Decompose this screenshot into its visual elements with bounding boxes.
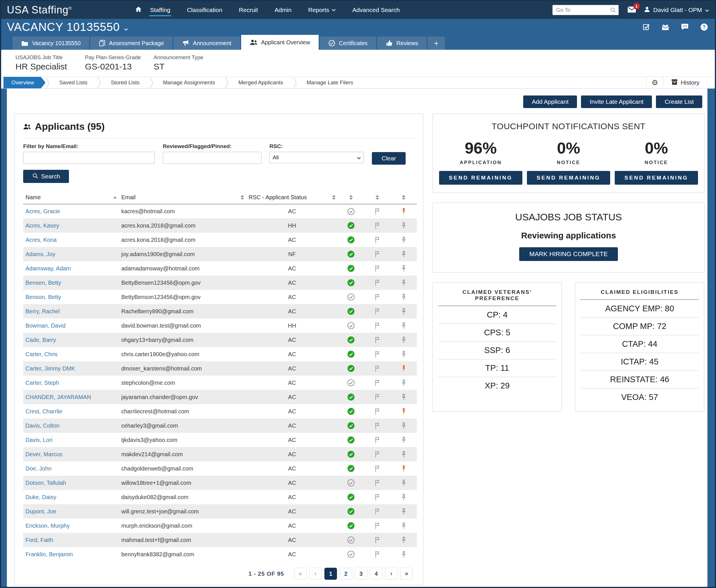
mail-button[interactable]: 1	[627, 6, 636, 14]
applicant-name-link[interactable]: Dever, Marcus	[25, 451, 62, 457]
subnav-item-stored-lists[interactable]: Stored Lists	[101, 77, 149, 88]
nav-item-classification[interactable]: Classification	[179, 6, 230, 14]
pin-icon[interactable]	[401, 236, 407, 244]
check-green-icon[interactable]	[347, 365, 355, 372]
pin-icon[interactable]	[401, 222, 407, 229]
subnav-item-saved-lists[interactable]: Saved Lists	[49, 77, 97, 88]
check-outline-icon[interactable]	[347, 322, 355, 329]
send-remaining-button[interactable]: SEND REMAINING	[527, 171, 610, 185]
check-green-icon[interactable]	[347, 265, 355, 272]
pagination-page-1[interactable]: 1	[324, 568, 337, 580]
pin-icon[interactable]	[401, 508, 407, 515]
applicant-name-link[interactable]: Acres, Kona	[25, 237, 57, 243]
pin-filled-icon[interactable]	[401, 465, 407, 472]
nav-item-admin[interactable]: Admin	[266, 6, 300, 14]
pin-icon[interactable]	[401, 251, 407, 258]
applicant-name-link[interactable]: Franklin, Benjamin	[25, 551, 73, 558]
check-green-icon[interactable]	[347, 508, 355, 515]
pin-icon[interactable]	[401, 294, 407, 301]
applicant-name-link[interactable]: Davis, Lori	[25, 437, 52, 443]
flag-icon[interactable]	[374, 522, 381, 529]
clear-button[interactable]: Clear	[372, 152, 406, 165]
chat-button[interactable]	[681, 23, 689, 30]
tasks-button[interactable]	[642, 23, 650, 30]
applicant-name-link[interactable]: CHANDER, JAYARAMAN	[25, 394, 91, 400]
applicant-name-link[interactable]: Erickson, Murphy	[25, 523, 70, 529]
check-green-icon[interactable]	[347, 393, 355, 401]
history-button[interactable]: History	[663, 77, 707, 88]
pin-icon[interactable]	[401, 394, 407, 401]
check-green-icon[interactable]	[347, 222, 355, 229]
pin-icon[interactable]	[401, 451, 407, 458]
pin-icon[interactable]	[401, 379, 407, 386]
help-button[interactable]: ?	[700, 23, 708, 31]
flag-icon[interactable]	[374, 465, 381, 472]
pin-icon[interactable]	[401, 265, 407, 272]
flag-icon[interactable]	[374, 336, 381, 343]
goto-input[interactable]	[552, 5, 619, 15]
applicant-name-link[interactable]: Carter, Jimmy DMK	[25, 365, 75, 372]
invite-late-applicant-button[interactable]: Invite Late Applicant	[581, 96, 652, 108]
pin-icon[interactable]	[401, 422, 407, 429]
flag-icon[interactable]	[374, 508, 381, 515]
pin-icon[interactable]	[401, 336, 407, 343]
applicant-name-link[interactable]: Berry, Rachel	[25, 308, 60, 314]
pin-icon[interactable]	[401, 308, 407, 315]
subnav-item-overview[interactable]: Overview	[3, 77, 45, 88]
applicant-name-link[interactable]: Bowman, David	[25, 322, 65, 329]
brand-logo[interactable]: USA Staffing®	[7, 4, 72, 16]
check-green-icon[interactable]	[347, 465, 355, 472]
pin-filled-icon[interactable]	[401, 365, 407, 372]
check-outline-icon[interactable]	[347, 536, 355, 544]
column-header-name[interactable]: Name	[23, 191, 119, 204]
pagination-page-2[interactable]: 2	[340, 568, 352, 580]
applicant-name-link[interactable]: Benson, Betty	[25, 294, 61, 300]
nav-item-reports[interactable]: Reports	[300, 6, 344, 14]
pin-icon[interactable]	[401, 322, 407, 329]
check-outline-icon[interactable]	[347, 293, 355, 301]
pin-icon[interactable]	[401, 493, 407, 501]
check-green-icon[interactable]	[347, 436, 355, 444]
check-green-icon[interactable]	[347, 236, 355, 244]
applicant-name-link[interactable]: Ford, Faith	[25, 537, 53, 543]
column-header-email[interactable]: Email	[119, 191, 246, 204]
subnav-item-manage-assignments[interactable]: Manage Assignments	[153, 77, 225, 88]
pagination-prev-button[interactable]: ‹	[309, 568, 322, 580]
filter-name-input[interactable]	[23, 152, 155, 164]
nav-item-recruit[interactable]: Recruit	[230, 6, 266, 14]
pin-icon[interactable]	[401, 351, 407, 358]
send-remaining-button[interactable]: SEND REMAINING	[615, 171, 698, 185]
pagination-first-button[interactable]: «	[294, 568, 307, 580]
applicant-name-link[interactable]: Crest, Charrlie	[25, 408, 62, 415]
flag-icon[interactable]	[374, 394, 381, 401]
column-header-reviewed[interactable]	[338, 191, 364, 204]
flag-icon[interactable]	[374, 236, 381, 244]
column-header-status[interactable]: RSC - Applicant Status	[246, 191, 338, 204]
applicant-name-link[interactable]: Dotson, Tallulah	[25, 480, 66, 486]
flag-icon[interactable]	[374, 222, 381, 229]
pagination-page-3[interactable]: 3	[355, 568, 367, 580]
flag-icon[interactable]	[374, 308, 381, 315]
applicant-name-link[interactable]: Adamsway, Adam	[25, 265, 71, 272]
check-outline-icon[interactable]	[347, 379, 355, 386]
add-applicant-button[interactable]: Add Applicant	[523, 96, 577, 108]
tab-certificates[interactable]: Certificates	[320, 37, 376, 50]
filter-rfp-input[interactable]	[163, 152, 262, 164]
flag-icon[interactable]	[374, 493, 381, 501]
tab-applicant-overview[interactable]: Applicant Overview	[241, 35, 319, 50]
applicant-name-link[interactable]: Davis, Colton	[25, 422, 60, 429]
check-outline-icon[interactable]	[347, 479, 355, 486]
flag-icon[interactable]	[374, 208, 381, 215]
rsc-select[interactable]: All	[269, 152, 364, 163]
nav-item-advanced-search[interactable]: Advanced Search	[344, 6, 408, 14]
flag-icon[interactable]	[374, 479, 381, 486]
check-green-icon[interactable]	[347, 522, 355, 529]
pin-icon[interactable]	[401, 551, 407, 558]
pagination-next-button[interactable]: ›	[385, 568, 397, 580]
applicant-name-link[interactable]: Adams, Joy	[25, 251, 55, 257]
settings-button[interactable]: ⚙	[646, 77, 663, 88]
send-remaining-button[interactable]: SEND REMAINING	[439, 171, 522, 185]
flag-icon[interactable]	[374, 437, 381, 444]
tab-announcement[interactable]: Announcement	[173, 37, 240, 50]
applicant-name-link[interactable]: Bensen, Betty	[25, 279, 61, 286]
